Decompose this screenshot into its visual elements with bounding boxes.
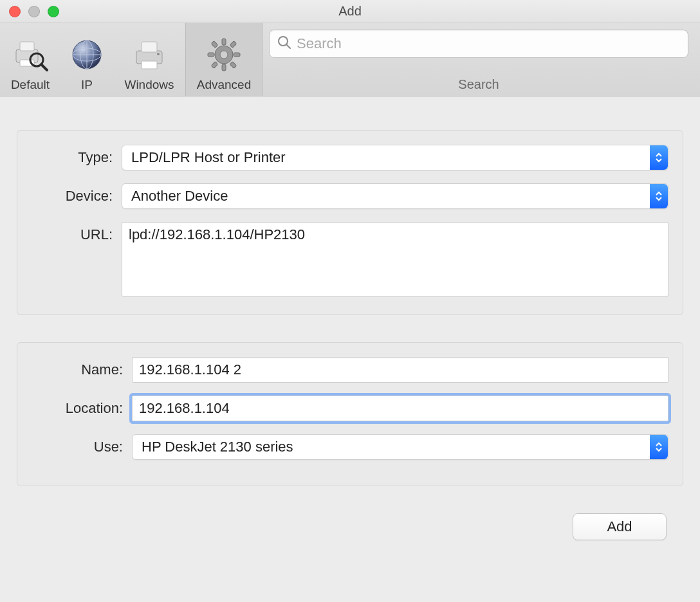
details-panel: Name: Location: Use: HP DeskJet 2130 ser… <box>17 342 683 486</box>
svg-rect-17 <box>208 53 214 57</box>
search-icon <box>277 35 291 52</box>
chevron-updown-icon <box>650 184 668 208</box>
url-label: URL: <box>32 222 122 248</box>
device-label: Device: <box>32 183 122 209</box>
content: Type: LPD/LPR Host or Printer Device: An… <box>0 96 700 540</box>
window-title: Add <box>0 4 700 19</box>
svg-rect-12 <box>142 61 157 69</box>
printer-icon <box>130 35 169 74</box>
svg-rect-20 <box>230 41 237 48</box>
svg-rect-22 <box>230 62 237 69</box>
use-value: HP DeskJet 2130 series <box>142 439 293 455</box>
device-value: Another Device <box>131 188 228 205</box>
globe-icon <box>68 35 106 74</box>
svg-point-23 <box>220 51 228 59</box>
svg-rect-18 <box>234 53 240 57</box>
location-field[interactable] <box>132 396 668 421</box>
toolbar-item-advanced[interactable]: Advanced <box>185 23 262 96</box>
footer: Add <box>17 513 683 540</box>
toolbar-item-label: Default <box>11 78 50 92</box>
svg-rect-19 <box>211 41 218 48</box>
url-field[interactable] <box>122 222 668 296</box>
location-label: Location: <box>32 396 132 421</box>
name-label: Name: <box>32 357 132 383</box>
search-field[interactable] <box>269 30 688 58</box>
svg-rect-21 <box>211 62 218 69</box>
svg-line-4 <box>41 64 47 70</box>
titlebar: Add <box>0 0 700 23</box>
location-row: Location: <box>32 396 668 421</box>
name-row: Name: <box>32 357 668 383</box>
svg-line-25 <box>286 44 290 48</box>
type-label: Type: <box>32 145 122 170</box>
svg-rect-1 <box>20 42 34 51</box>
url-row: URL: <box>32 222 668 299</box>
toolbar-item-label: Windows <box>124 78 174 92</box>
chevron-updown-icon <box>650 145 668 170</box>
toolbar-item-label: Advanced <box>197 78 252 92</box>
chevron-updown-icon <box>650 435 668 459</box>
gear-icon <box>205 35 243 74</box>
toolbar-item-windows[interactable]: Windows <box>113 23 185 96</box>
type-row: Type: LPD/LPR Host or Printer <box>32 145 668 170</box>
svg-rect-16 <box>222 64 226 71</box>
search-label: Search <box>269 77 688 92</box>
printer-search-icon <box>11 35 50 74</box>
toolbar-search-area: Search <box>262 23 700 96</box>
toolbar-item-label: IP <box>81 78 93 92</box>
toolbar: Default IP <box>0 23 700 96</box>
connection-panel: Type: LPD/LPR Host or Printer Device: An… <box>17 130 683 315</box>
name-field[interactable] <box>132 357 668 383</box>
svg-rect-15 <box>222 39 226 45</box>
use-select[interactable]: HP DeskJet 2130 series <box>132 434 668 460</box>
add-button[interactable]: Add <box>573 513 667 540</box>
toolbar-item-default[interactable]: Default <box>0 23 60 96</box>
device-row: Device: Another Device <box>32 183 668 209</box>
type-select[interactable]: LPD/LPR Host or Printer <box>122 145 668 170</box>
toolbar-item-ip[interactable]: IP <box>60 23 113 96</box>
use-row: Use: HP DeskJet 2130 series <box>32 434 668 460</box>
svg-rect-11 <box>142 42 157 52</box>
search-input[interactable] <box>297 35 680 52</box>
svg-point-13 <box>157 53 160 55</box>
device-select[interactable]: Another Device <box>122 183 668 209</box>
type-value: LPD/LPR Host or Printer <box>131 149 286 166</box>
use-label: Use: <box>32 434 132 460</box>
